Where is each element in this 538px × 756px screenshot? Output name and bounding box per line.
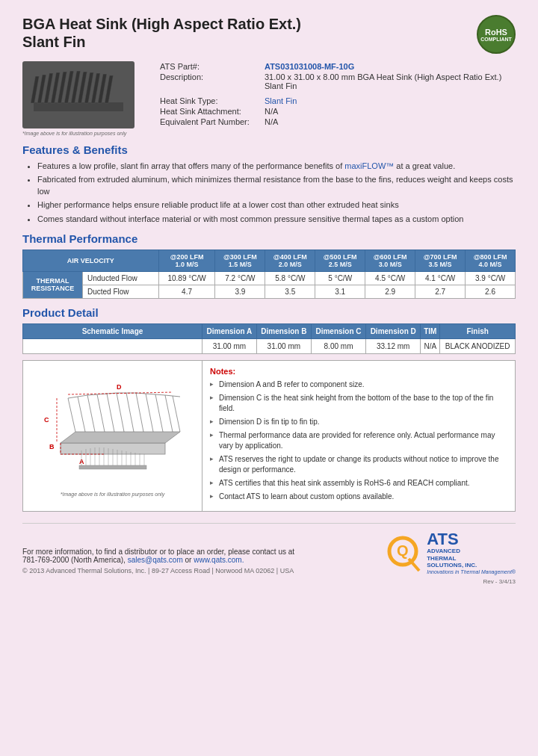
list-item: Comes standard without interface materia… xyxy=(37,214,516,225)
list-item: Fabricated from extruded aluminum, which… xyxy=(37,174,516,197)
note-item: Thermal performance data are provided fo… xyxy=(210,430,507,451)
ats-acronym: ATS xyxy=(427,531,516,548)
features-section: Features & Benefits Features a low profi… xyxy=(22,143,516,225)
unducted-val-5: 4.1 °C/W xyxy=(415,271,466,285)
ducted-val-4: 2.9 xyxy=(365,285,415,298)
note-item: Dimension A and B refer to component siz… xyxy=(210,379,507,390)
ats-logo-text: ATS ADVANCEDTHERMALSOLUTIONS, INC. Innov… xyxy=(427,531,516,574)
product-info-section: *Image above is for illustration purpose… xyxy=(22,61,516,136)
product-image-box xyxy=(22,61,134,128)
ducted-val-3: 3.1 xyxy=(315,285,365,298)
svg-line-33 xyxy=(68,392,173,394)
svg-text:Q: Q xyxy=(397,542,409,559)
air-velocity-header: AIR VELOCITY xyxy=(23,250,159,271)
svg-text:C: C xyxy=(44,416,49,424)
notes-label: Notes: xyxy=(210,367,507,376)
ats-tagline: Innovations in Thermal Management® xyxy=(427,569,516,574)
svg-line-18 xyxy=(97,394,105,432)
finish-header: Finish xyxy=(440,323,516,338)
product-title: BGA Heat Sink (High Aspect Ratio Ext.) S… xyxy=(22,15,301,51)
svg-line-16 xyxy=(78,397,85,432)
thermal-title: Thermal Performance xyxy=(22,232,516,245)
product-detail-title: Product Detail xyxy=(22,306,516,319)
dimensions-header-table: Schematic Image Dimension A Dimension B … xyxy=(22,323,516,354)
ducted-val-2: 3.5 xyxy=(265,285,315,298)
ducted-val-5: 2.7 xyxy=(415,285,466,298)
svg-marker-14 xyxy=(61,432,180,443)
footer-copyright: © 2013 Advanced Thermal Solutions, Inc. … xyxy=(22,567,383,574)
thermal-section: Thermal Performance AIR VELOCITY @200 LF… xyxy=(22,232,516,299)
note-item: Contact ATS to learn about custom option… xyxy=(210,492,507,502)
dim-a-val: 31.00 mm xyxy=(202,338,257,353)
svg-line-15 xyxy=(68,398,75,432)
features-list: Features a low profile, slant fin array … xyxy=(22,161,516,225)
dim-a-header: Dimension A xyxy=(202,323,257,338)
dim-d-val: 33.12 mm xyxy=(366,338,421,353)
svg-line-24 xyxy=(155,394,163,432)
attachment-label: Heat Sink Attachment: xyxy=(157,106,262,117)
list-item: Features a low profile, slant fin array … xyxy=(37,161,516,172)
footer-logo: Q ATS ADVANCEDTHERMALSOLUTIONS, INC. Inn… xyxy=(383,531,516,574)
note-item: Dimension C is the heat sink height from… xyxy=(210,393,507,414)
dim-b-header: Dimension B xyxy=(256,323,311,338)
svg-line-19 xyxy=(107,394,114,432)
product-detail-section: Product Detail Schematic Image Dimension… xyxy=(22,306,516,512)
svg-line-20 xyxy=(117,393,124,432)
schematic-cell xyxy=(23,338,202,353)
thermal-table: AIR VELOCITY @200 LFM1.0 M/S @300 LFM1.5… xyxy=(22,250,516,299)
svg-text:D: D xyxy=(117,383,122,391)
note-item: Dimension D is fin tip to fin tip. xyxy=(210,417,507,427)
email-link[interactable]: sales@qats.com xyxy=(128,556,183,564)
ducted-val-6: 2.6 xyxy=(466,285,516,298)
col7-header: @800 LFM4.0 M/S xyxy=(466,250,516,271)
attachment-value: N/A xyxy=(262,106,516,117)
svg-line-21 xyxy=(126,393,134,432)
footer-contact: For more information, to find a distribu… xyxy=(22,548,383,564)
features-title: Features & Benefits xyxy=(22,143,516,156)
finish-val: BLACK ANODIZED xyxy=(440,338,516,353)
svg-line-17 xyxy=(87,395,95,432)
svg-line-22 xyxy=(136,393,143,432)
tim-val: N/A xyxy=(421,338,440,353)
col3-header: @400 LFM2.0 M/S xyxy=(265,250,315,271)
svg-line-26 xyxy=(173,396,180,432)
svg-line-23 xyxy=(146,394,153,432)
image-caption: *Image above is for illustration purpose… xyxy=(22,131,142,136)
schematic-column: A B C D xyxy=(23,361,202,511)
note-item: ATS reserves the right to update or chan… xyxy=(210,454,507,475)
maxiflow-link[interactable]: maxiFLOW™ xyxy=(344,161,394,170)
heat-sink-type-label: Heat Sink Type: xyxy=(157,96,262,106)
product-image-area: *Image above is for illustration purpose… xyxy=(22,61,142,136)
schematic-drawing: A B C D xyxy=(38,368,188,488)
heat-sink-type-value: Slant Fin xyxy=(262,96,516,106)
page: BGA Heat Sink (High Aspect Ratio Ext.) S… xyxy=(0,0,538,756)
ducted-val-1: 3.9 xyxy=(215,285,265,298)
svg-rect-1 xyxy=(31,76,39,103)
unducted-val-0: 10.89 °C/W xyxy=(158,271,215,285)
website-link[interactable]: www.qats.com. xyxy=(194,556,244,564)
col5-header: @600 LFM3.0 M/S xyxy=(365,250,415,271)
header-section: BGA Heat Sink (High Aspect Ratio Ext.) S… xyxy=(22,15,516,54)
unducted-val-2: 5.8 °C/W xyxy=(265,271,315,285)
description-label: Description: xyxy=(157,72,262,91)
unducted-val-6: 3.9 °C/W xyxy=(466,271,516,285)
svg-text:B: B xyxy=(49,443,55,450)
schematic-col-header: Schematic Image xyxy=(23,323,202,338)
page-title: BGA Heat Sink (High Aspect Ratio Ext.) S… xyxy=(22,15,301,51)
dim-c-header: Dimension C xyxy=(311,323,365,338)
notes-list: Dimension A and B refer to component siz… xyxy=(210,379,507,502)
dim-d-header: Dimension D xyxy=(366,323,421,338)
note-item: ATS certifies that this heat sink assemb… xyxy=(210,478,507,489)
thermal-resistance-label: THERMAL RESISTANCE xyxy=(23,271,83,298)
unducted-val-3: 5 °C/W xyxy=(315,271,365,285)
svg-rect-0 xyxy=(34,102,123,111)
col6-header: @700 LFM3.5 M/S xyxy=(415,250,466,271)
dim-b-val: 31.00 mm xyxy=(256,338,311,353)
footer-left: For more information, to find a distribu… xyxy=(22,548,383,574)
ducted-label: Ducted Flow xyxy=(83,285,159,298)
unducted-label: Unducted Flow xyxy=(83,271,159,285)
unducted-val-1: 7.2 °C/W xyxy=(215,271,265,285)
part-number-value: ATS031031008-MF-10G xyxy=(262,61,516,72)
product-specs: ATS Part#: ATS031031008-MF-10G Descripti… xyxy=(157,61,516,127)
spec-table: ATS Part#: ATS031031008-MF-10G Descripti… xyxy=(157,61,516,127)
